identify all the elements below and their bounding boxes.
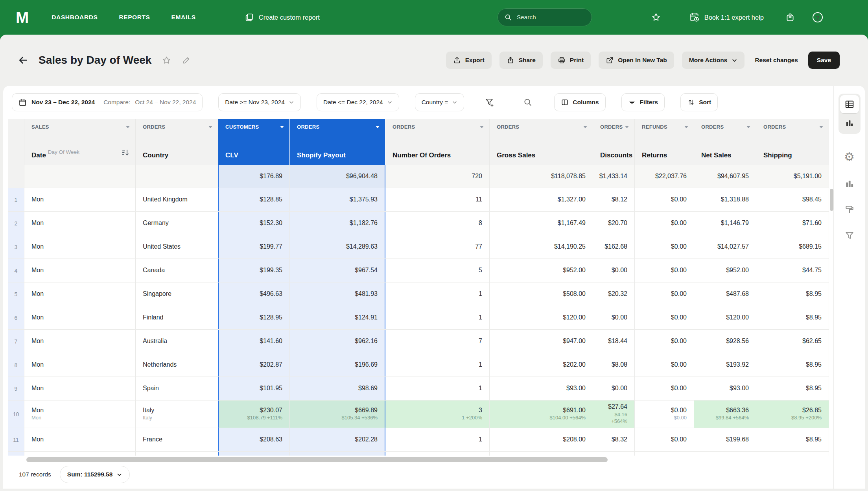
cell-returns[interactable]: $0.00 [635,428,694,451]
table-search-icon[interactable] [523,98,533,107]
filter-pill-date-lte[interactable]: Date <= Dec 22, 2024 [317,93,399,111]
column-menu-arrow-icon[interactable] [746,126,750,128]
cell-returns[interactable]: $0.00$0.00 [635,401,694,428]
cell-shipping[interactable]: $8.95 [756,428,829,451]
cell-discounts[interactable]: $20.70 [593,212,635,235]
cell-discounts[interactable]: $27.64$4.16 +564% [593,401,635,428]
filter-pill-country[interactable]: Country = [415,93,464,111]
column-menu-arrow-icon[interactable] [480,126,484,128]
cell-returns[interactable]: $0.00 [635,377,694,400]
create-custom-report-button[interactable]: Create custom report [245,13,320,22]
share-button[interactable]: Share [499,52,543,69]
cell-shopify-payout[interactable]: $1,182.76 [290,212,385,235]
cell-date[interactable]: Mon [24,188,136,211]
cell-number-of-orders[interactable]: 7 [385,330,490,353]
cell-clv[interactable]: $230.07$108.79 +111% [218,401,290,428]
formatting-paint-roller-icon[interactable] [844,205,855,215]
cell-gross-sales[interactable]: $1,167.49 [490,212,593,235]
cell-shopify-payout[interactable]: $202.28 [290,428,385,451]
cell-net-sales[interactable]: $952.00 [694,259,756,282]
cell-number-of-orders[interactable]: 1 [385,377,490,400]
cell-net-sales[interactable]: $487.68 [694,282,756,306]
cell-clv[interactable]: $199.35 [218,259,290,282]
cell-discounts[interactable]: $0.00 [593,259,635,282]
cell-country[interactable]: Canada [136,259,218,282]
cell-shopify-payout[interactable]: $669.89$105.34 +536% [290,401,385,428]
sum-aggregate-button[interactable]: Sum: 115299.58 [60,466,130,483]
filters-button[interactable]: Filters [621,93,665,111]
column-header-date[interactable]: SALESDateDay Of Week [24,119,136,165]
columns-button[interactable]: Columns [554,93,605,111]
cell-shipping[interactable]: $8.95 [756,353,829,377]
column-menu-arrow-icon[interactable] [126,126,130,128]
cell-number-of-orders[interactable]: 11 [385,188,490,211]
cell-date[interactable]: Mon [24,282,136,306]
nav-dashboards[interactable]: DASHBOARDS [52,14,98,21]
cell-shopify-payout[interactable]: $967.54 [290,259,385,282]
column-menu-arrow-icon[interactable] [819,126,823,128]
back-arrow-icon[interactable] [17,54,29,66]
cell-net-sales[interactable]: $14,027.57 [694,235,756,258]
cell-country[interactable]: Spain [136,377,218,400]
column-header-clv[interactable]: CUSTOMERSCLV [218,119,290,165]
cell-net-sales[interactable]: $193.92 [694,353,756,377]
cell-clv[interactable]: $128.95 [218,306,290,329]
column-header-shopify-payout[interactable]: ORDERSShopify Payout [290,119,385,165]
cell-net-sales[interactable]: $199.68 [694,428,756,451]
chart-settings-icon[interactable] [844,179,855,189]
cell-date[interactable]: Mon [24,377,136,400]
help-icon[interactable] [813,12,823,22]
column-header-shipping[interactable]: ORDERSShipping [756,119,829,165]
cell-gross-sales[interactable]: $952.00 [490,259,593,282]
cell-shopify-payout[interactable]: $481.93 [290,282,385,306]
column-header-gross-sales[interactable]: ORDERSGross Sales [490,119,593,165]
cell-shopify-payout[interactable]: $98.69 [290,377,385,400]
cell-shipping[interactable]: $689.15 [756,235,829,258]
cell-clv[interactable]: $101.95 [218,377,290,400]
cell-shopify-payout[interactable]: $124.91 [290,306,385,329]
cell-gross-sales[interactable]: $691.00$104.00 +564% [490,401,593,428]
cell-returns[interactable]: $0.00 [635,212,694,235]
search-input[interactable]: Search [498,8,592,26]
cell-number-of-orders[interactable]: 77 [385,235,490,258]
cell-number-of-orders[interactable]: 1 [385,428,490,451]
vertical-scrollbar[interactable] [830,189,833,211]
cell-returns[interactable]: $0.00 [635,353,694,377]
cell-discounts[interactable]: $8.12 [593,188,635,211]
save-button[interactable]: Save [808,52,840,69]
cell-clv[interactable]: $202.87 [218,353,290,377]
cell-gross-sales[interactable]: $208.00 [490,428,593,451]
cell-country[interactable]: Australia [136,330,218,353]
horizontal-scrollbar[interactable] [26,457,608,462]
cell-country[interactable]: Finland [136,306,218,329]
cell-number-of-orders[interactable]: 1 [385,282,490,306]
cell-gross-sales[interactable]: $14,190.25 [490,235,593,258]
cell-shipping[interactable]: $8.95 [756,282,829,306]
cell-country[interactable]: ItalyItaly [136,401,218,428]
cell-date[interactable]: Mon [24,212,136,235]
cell-country[interactable]: France [136,428,218,451]
cell-shipping[interactable]: $8.95 [756,306,829,329]
date-range-picker[interactable]: Nov 23 – Dec 22, 2024 Compare: Oct 24 – … [12,93,203,111]
cell-returns[interactable]: $0.00 [635,259,694,282]
cell-date[interactable]: MonMon [24,401,136,428]
cell-discounts[interactable]: $0.00 [593,377,635,400]
cell-returns[interactable]: $0.00 [635,188,694,211]
cell-discounts[interactable]: $20.32 [593,282,635,306]
column-menu-arrow-icon[interactable] [625,126,629,128]
cell-number-of-orders[interactable]: 1 [385,353,490,377]
cell-date[interactable]: Mon [24,353,136,377]
cell-shopify-payout[interactable]: $196.69 [290,353,385,377]
print-button[interactable]: Print [551,52,591,69]
cell-returns[interactable]: $0.00 [635,330,694,353]
cell-clv[interactable]: $152.30 [218,212,290,235]
cell-gross-sales[interactable]: $1,327.00 [490,188,593,211]
column-header-country[interactable]: ORDERSCountry [136,119,218,165]
cell-discounts[interactable]: $18.44 [593,330,635,353]
column-menu-arrow-icon[interactable] [376,126,380,128]
cell-date[interactable]: Mon [24,235,136,258]
cell-net-sales[interactable]: $928.56 [694,330,756,353]
column-header-number-of-orders[interactable]: ORDERSNumber Of Orders [385,119,490,165]
cell-net-sales[interactable]: $93.00 [694,377,756,400]
cell-shipping[interactable]: $62.65 [756,330,829,353]
